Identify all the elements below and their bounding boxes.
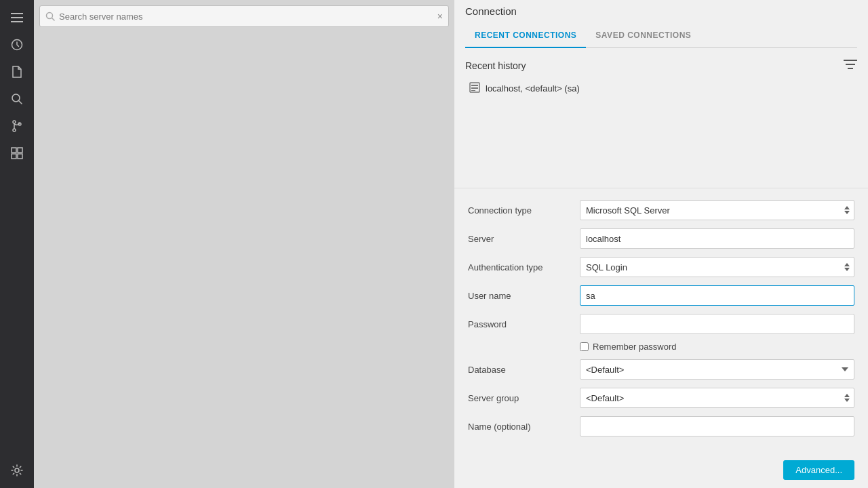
svg-point-12 bbox=[15, 468, 19, 472]
name-optional-label: Name (optional) bbox=[468, 422, 580, 432]
extensions-icon[interactable] bbox=[5, 141, 29, 165]
server-group-row: Server group <Default> bbox=[468, 387, 854, 409]
svg-rect-1 bbox=[11, 17, 23, 18]
connection-type-row: Connection type Microsoft SQL Server bbox=[468, 199, 854, 221]
left-panel: × bbox=[34, 0, 454, 488]
svg-rect-8 bbox=[12, 148, 16, 152]
name-optional-input[interactable] bbox=[580, 416, 854, 436]
search-icon-sidebar[interactable] bbox=[5, 87, 29, 111]
recent-history-header: Recent history bbox=[465, 59, 857, 73]
password-row: Password bbox=[468, 313, 854, 335]
svg-rect-10 bbox=[12, 154, 16, 159]
file-icon[interactable] bbox=[5, 60, 29, 84]
svg-rect-15 bbox=[846, 64, 855, 65]
tab-saved-connections[interactable]: SAVED CONNECTIONS bbox=[586, 24, 701, 48]
remember-password-row: Remember password bbox=[468, 342, 854, 352]
connection-title: Connection bbox=[465, 5, 857, 17]
settings-icon[interactable] bbox=[5, 458, 29, 483]
svg-point-13 bbox=[47, 13, 53, 19]
auth-type-select[interactable]: SQL Login bbox=[580, 257, 854, 277]
server-group-select[interactable]: <Default> bbox=[580, 388, 854, 408]
server-input[interactable] bbox=[580, 228, 854, 249]
connection-form: Connection type Microsoft SQL Server Ser… bbox=[454, 188, 868, 455]
svg-rect-20 bbox=[471, 90, 475, 91]
svg-point-6 bbox=[13, 129, 16, 131]
svg-point-5 bbox=[13, 121, 16, 123]
username-label: User name bbox=[468, 291, 580, 301]
svg-rect-18 bbox=[471, 85, 478, 86]
search-clear-button[interactable]: × bbox=[437, 12, 443, 21]
tab-recent-connections[interactable]: RECENT CONNECTIONS bbox=[465, 24, 586, 48]
svg-rect-19 bbox=[471, 87, 478, 89]
advanced-button[interactable]: Advanced... bbox=[783, 460, 854, 480]
svg-rect-2 bbox=[11, 21, 23, 22]
search-input[interactable] bbox=[59, 12, 433, 22]
filter-icon[interactable] bbox=[844, 59, 857, 73]
server-row: Server bbox=[468, 228, 854, 249]
server-group-label: Server group bbox=[468, 393, 580, 403]
svg-rect-9 bbox=[18, 148, 22, 152]
clock-icon[interactable] bbox=[5, 33, 29, 57]
search-bar: × bbox=[39, 5, 449, 27]
auth-type-row: Authentication type SQL Login bbox=[468, 256, 854, 278]
tab-content-recent: Recent history bbox=[454, 48, 868, 188]
db-icon bbox=[469, 82, 480, 95]
username-row: User name bbox=[468, 285, 854, 306]
database-row: Database <Default> bbox=[468, 359, 854, 380]
recent-history-title: Recent history bbox=[465, 60, 526, 71]
svg-rect-11 bbox=[18, 154, 22, 159]
server-label: Server bbox=[468, 234, 580, 244]
remember-password-checkbox[interactable] bbox=[580, 342, 589, 351]
password-input[interactable] bbox=[580, 314, 854, 334]
username-input[interactable] bbox=[580, 285, 854, 306]
history-item-label: localhost, <default> (sa) bbox=[486, 83, 580, 94]
svg-rect-0 bbox=[11, 13, 23, 14]
git-icon[interactable] bbox=[5, 114, 29, 138]
remember-password-label[interactable]: Remember password bbox=[593, 342, 677, 352]
menu-icon[interactable] bbox=[5, 5, 29, 30]
database-select[interactable]: <Default> bbox=[580, 359, 854, 380]
history-item[interactable]: localhost, <default> (sa) bbox=[465, 79, 857, 98]
svg-rect-14 bbox=[844, 60, 857, 61]
search-bar-icon bbox=[45, 12, 55, 21]
connection-header: Connection RECENT CONNECTIONS SAVED CONN… bbox=[454, 0, 868, 48]
recent-history-section: Recent history bbox=[465, 59, 857, 98]
svg-rect-16 bbox=[848, 68, 853, 69]
sidebar bbox=[0, 0, 34, 488]
password-label: Password bbox=[468, 319, 580, 329]
name-optional-row: Name (optional) bbox=[468, 415, 854, 437]
right-panel: Connection RECENT CONNECTIONS SAVED CONN… bbox=[454, 0, 868, 488]
database-label: Database bbox=[468, 365, 580, 375]
button-row: Advanced... bbox=[454, 455, 868, 488]
connection-type-label: Connection type bbox=[468, 205, 580, 216]
connection-type-select[interactable]: Microsoft SQL Server bbox=[580, 200, 854, 220]
auth-type-label: Authentication type bbox=[468, 262, 580, 272]
svg-point-4 bbox=[12, 94, 20, 102]
tabs-bar: RECENT CONNECTIONS SAVED CONNECTIONS bbox=[465, 24, 857, 48]
